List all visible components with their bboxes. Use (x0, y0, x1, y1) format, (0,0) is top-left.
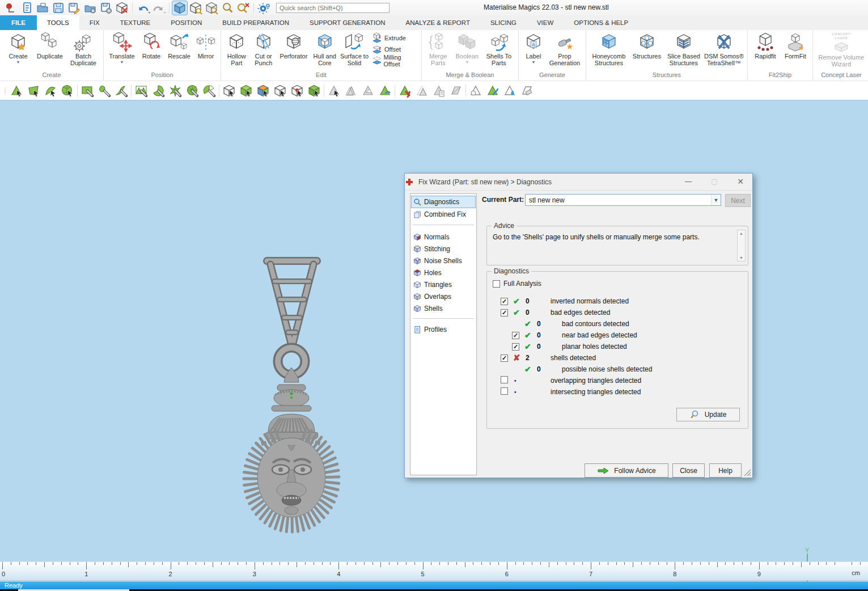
formfit-button[interactable]: FormFit (781, 31, 810, 60)
tab-slicing[interactable]: SLICING (480, 15, 527, 30)
tab-support-generation[interactable]: SUPPORT GENERATION (299, 15, 396, 30)
zoom-in-icon[interactable] (220, 1, 235, 15)
triangle-tool-b-icon[interactable] (342, 83, 359, 99)
label-button[interactable]: A Label▼ (521, 31, 546, 64)
quick-search-input[interactable] (276, 3, 389, 13)
triangle-drop-icon[interactable] (501, 83, 518, 99)
save-project-icon[interactable] (99, 1, 113, 15)
save-part-icon[interactable] (51, 1, 66, 15)
tab-file[interactable]: FILE (0, 15, 37, 30)
maximize-button[interactable]: ▢ (706, 176, 722, 187)
triangle-ghost-icon[interactable] (413, 83, 430, 99)
settings-icon[interactable] (257, 1, 272, 15)
translate-button[interactable]: Translate▼ (106, 31, 138, 64)
update-button[interactable]: Update (676, 408, 740, 421)
duplicate-button[interactable]: Duplicate (34, 31, 66, 60)
advice-scrollbar[interactable]: ▲▼ (737, 230, 746, 261)
mark-brush-pie-icon[interactable] (150, 83, 167, 99)
diagnostic-checkbox[interactable] (501, 376, 508, 383)
tab-fix[interactable]: FIX (79, 15, 110, 30)
offset-button[interactable]: Offset (369, 44, 419, 55)
tab-analyze-report[interactable]: ANALYZE & REPORT (396, 15, 480, 30)
mark-shell-icon[interactable] (59, 83, 76, 99)
triangle-tool-a-icon[interactable] (325, 83, 342, 99)
batch-duplicate-button[interactable]: Batch Duplicate (66, 31, 101, 66)
follow-advice-button[interactable]: Follow Advice (585, 463, 668, 478)
tab-tools[interactable]: TOOLS (37, 15, 79, 30)
mark-window-triangles-icon[interactable] (133, 83, 150, 99)
diagnostic-checkbox[interactable] (512, 332, 519, 339)
merge-parts-button[interactable]: Merge Parts (424, 31, 452, 66)
mark-brush-wheel-icon[interactable] (184, 83, 201, 99)
rescale-button[interactable]: Rescale (165, 31, 193, 60)
minimize-button[interactable]: — (680, 176, 696, 187)
marking-box-icon[interactable] (172, 1, 187, 15)
select-cube-solid-icon[interactable] (306, 83, 323, 99)
close-button[interactable]: Close (672, 463, 705, 478)
diagnostic-checkbox[interactable] (501, 387, 508, 395)
zoom-out-icon[interactable] (236, 1, 251, 15)
triangle-copy-icon[interactable] (430, 83, 447, 99)
save-part-as-icon[interactable] (67, 1, 82, 15)
select-cube-color-icon[interactable] (255, 83, 272, 99)
nav-tool-triangles[interactable]: Triangles (412, 279, 475, 290)
nav-tool-shells[interactable]: Shells (412, 303, 475, 314)
diagnostic-checkbox[interactable] (512, 343, 519, 351)
tab-view[interactable]: VIEW (527, 15, 564, 30)
toolbar-drag-handle[interactable]: ⋮⋮ (2, 89, 6, 92)
redo-icon[interactable] (151, 1, 166, 15)
full-analysis-checkbox[interactable] (493, 280, 500, 288)
nav-tool-normals[interactable]: Normals (412, 231, 475, 243)
tab-build-preparation[interactable]: BUILD PREPARATION (212, 15, 299, 30)
rotate-button[interactable]: Rotate (138, 31, 165, 60)
select-cube-plain-icon[interactable] (272, 83, 289, 99)
diagnostic-checkbox[interactable] (501, 309, 508, 316)
tab-options-help[interactable]: OPTIONS & HELP (564, 15, 638, 30)
slice-based-structures-button[interactable]: Slice Based Structures (664, 31, 703, 66)
mark-brush-sector-icon[interactable] (201, 83, 218, 99)
diagnostic-checkbox[interactable] (501, 298, 508, 305)
new-part-icon[interactable] (19, 1, 34, 15)
mark-triangle-icon[interactable] (8, 83, 25, 99)
delete-marked-triangles-icon[interactable] (396, 83, 413, 99)
boolean-button[interactable]: Boolean▼ (452, 31, 482, 64)
undo-icon[interactable] (136, 1, 150, 15)
nav-page-diagnostics[interactable]: Diagnostics (412, 196, 475, 208)
hollow-part-button[interactable]: Hollow Part (223, 31, 250, 66)
select-cube-green-icon[interactable] (238, 83, 255, 99)
marquee-rect-icon[interactable] (79, 83, 96, 99)
rapidfit-button[interactable]: Rapidfit (750, 31, 781, 60)
next-button[interactable]: Next (725, 194, 751, 207)
nav-tool-stitching[interactable]: Stitching (412, 243, 475, 255)
select-cube-through-icon[interactable] (221, 83, 238, 99)
nav-page-combined-fix[interactable]: Combined Fix (412, 209, 475, 220)
resize-grip[interactable] (744, 469, 751, 476)
nav-tool-holes[interactable]: Holes (412, 267, 475, 278)
marquee-blob-icon[interactable] (96, 83, 113, 99)
load-project-icon[interactable] (83, 1, 98, 15)
tab-position[interactable]: POSITION (160, 15, 212, 30)
delete-part-icon[interactable] (115, 1, 129, 15)
plane-eraser-icon[interactable] (518, 83, 535, 99)
open-part-icon[interactable] (35, 1, 50, 15)
mirror-button[interactable]: Mirror (193, 31, 218, 60)
triangle-circle-tool-icon[interactable] (467, 83, 484, 99)
plane-tool-icon[interactable] (447, 83, 464, 99)
app-logo-icon[interactable] (3, 1, 18, 15)
hull-and-core-button[interactable]: Hull and Core (310, 31, 340, 66)
create-button[interactable]: Create▼ (2, 31, 34, 64)
shells-to-parts-button[interactable]: Shells To Parts (482, 31, 516, 66)
triangle-smooth-icon[interactable] (376, 83, 393, 99)
nav-tool-noise-shells[interactable]: Noise Shells (412, 255, 475, 267)
current-part-combobox[interactable]: stl new new ▼ (525, 194, 721, 206)
remove-volume-wizard-button[interactable]: CONCEPT LASER Remove Volume Wizard (815, 31, 867, 67)
triangle-stitch-icon[interactable] (484, 83, 501, 99)
perforator-button[interactable]: Perforator (277, 31, 310, 60)
honeycomb-structures-button[interactable]: Honeycomb Structures (588, 31, 629, 66)
dsm-somos-tetrashell-button[interactable]: DSM Somos® TetraShell™ (703, 31, 745, 66)
scroll-up-icon[interactable]: ▲ (739, 231, 743, 235)
marquee-lasso-icon[interactable] (113, 83, 130, 99)
nav-tool-overlaps[interactable]: Overlaps (412, 291, 475, 302)
3d-viewport[interactable]: Y Z X Fix Wizard (Part: stl new new) > D… (0, 101, 868, 562)
surface-to-solid-button[interactable]: Surface to Solid (340, 31, 369, 66)
